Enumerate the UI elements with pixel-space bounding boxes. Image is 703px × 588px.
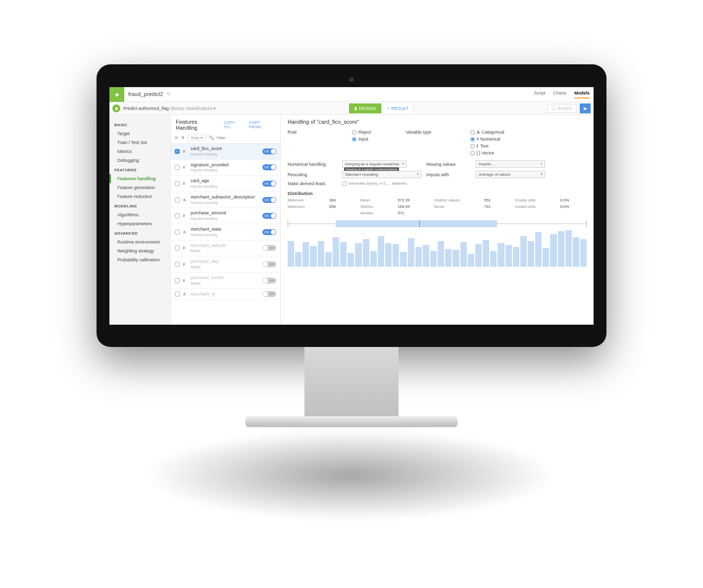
sidebar-item-feature-reduction[interactable]: Feature reduction [109, 192, 170, 201]
feature-toggle[interactable]: ON [262, 213, 276, 219]
feature-checkbox[interactable] [175, 181, 180, 186]
feature-row-purchase_day[interactable]: #purchase_dayRejectOFF [171, 256, 280, 273]
feature-type-icon: # [183, 245, 188, 250]
feature-type-icon: # [183, 181, 188, 186]
feature-subtitle: Dummy encoding [191, 233, 217, 237]
feature-toggle[interactable]: OFF [262, 261, 276, 267]
feature-checkbox[interactable] [175, 213, 180, 218]
feature-subtitle: Avg-std rescaling [191, 168, 217, 172]
feature-subtitle: Avg-std rescaling [191, 217, 217, 220]
feature-checkbox[interactable] [175, 278, 180, 283]
feature-row-card_fico_score[interactable]: ✓#card_fico_scoreAvg-std rescalingON [171, 144, 280, 160]
hist-bar [580, 239, 587, 267]
feature-toggle[interactable]: ON [262, 197, 276, 203]
app-logo-icon[interactable]: ◆ [109, 87, 124, 102]
derived-label: Make derived feats. [288, 181, 337, 186]
sidebar-item-debugging[interactable]: Debugging [109, 156, 170, 165]
tab-script[interactable]: Script [534, 91, 545, 98]
task-title[interactable]: Predict authorized_flag [123, 106, 169, 111]
feature-checkbox[interactable] [175, 230, 180, 235]
feature-checkbox[interactable] [175, 197, 180, 202]
sidebar-item-hyperparameters[interactable]: Hyperparameters [109, 219, 170, 228]
minimize-icon[interactable]: ⊟ [175, 136, 178, 140]
feature-toggle[interactable]: ON [262, 181, 276, 187]
feature-subtitle: Avg-std rescaling [191, 152, 217, 156]
hist-bar [550, 234, 556, 267]
feature-name: card_age [191, 178, 209, 183]
hist-bar [468, 254, 474, 267]
feature-row-merchant_state[interactable]: Amerchant_stateDummy encodingON [171, 224, 280, 241]
vt-categorical-radio[interactable]: A Categorical [470, 130, 504, 135]
filter-input[interactable] [217, 136, 276, 140]
monitor-shadow [59, 411, 641, 539]
subbar: ◆ Predict authorized_flag (Binary classi… [109, 102, 594, 115]
edit-icon[interactable]: ✎ [166, 91, 171, 97]
sidebar: BASIC Target Train / Test Set Metrics De… [109, 115, 171, 325]
feature-name: merchant_id [191, 292, 215, 296]
sidebar-item-traintest[interactable]: Train / Test Set [109, 138, 170, 147]
hist-bar [558, 231, 564, 267]
feature-toggle[interactable]: OFF [262, 245, 276, 251]
breadcrumb[interactable]: fraud_predict2 ✎ [128, 91, 534, 98]
run-button[interactable]: ▶ [580, 103, 591, 113]
detail-title: Handling of "card_fico_score" [288, 119, 587, 125]
histogram [288, 230, 587, 267]
missing-select[interactable]: Impute ... [476, 160, 545, 168]
tab-models[interactable]: Models [574, 91, 590, 98]
feature-row-purchase_amount[interactable]: #purchase_amountAvg-std rescalingON [171, 208, 280, 224]
sidebar-item-probability[interactable]: Probability calibration [109, 255, 170, 264]
feature-row-card_age[interactable]: #card_ageAvg-std rescalingON [171, 176, 280, 192]
feature-row-signature_provided[interactable]: #signature_providedAvg-std rescalingON [171, 160, 280, 176]
hist-bar [438, 241, 444, 267]
sidebar-item-algorithms[interactable]: Algorithms [109, 210, 170, 219]
feature-checkbox[interactable] [175, 165, 180, 170]
derived-checkbox[interactable] [342, 182, 347, 186]
feature-toggle[interactable]: OFF [262, 291, 276, 297]
chevron-down-icon[interactable]: ▾ [213, 106, 216, 111]
feature-checkbox[interactable] [175, 292, 180, 296]
feature-checkbox[interactable]: ✓ [175, 149, 180, 154]
vt-numerical-radio[interactable]: # Numerical [470, 137, 504, 142]
feature-checkbox[interactable] [175, 245, 180, 250]
design-button[interactable]: ▮ DESIGN [349, 103, 382, 113]
sidebar-head-advanced: ADVANCED [109, 228, 170, 238]
sidebar-item-feature-generation[interactable]: Feature generation [109, 183, 170, 192]
hist-bar [445, 249, 452, 267]
hist-bar [483, 240, 489, 267]
copy-to-link[interactable]: COPY TO... [224, 120, 244, 129]
feature-type-icon: # [183, 165, 188, 170]
copy-from-link[interactable]: COPY FROM... [249, 120, 275, 129]
role-input-radio[interactable]: Input [352, 137, 371, 142]
feature-row-merchant_subsector_description[interactable]: Amerchant_subsector_descriptionDummy enc… [171, 192, 280, 208]
feature-row-merchant_id[interactable]: Amerchant_idOFF [171, 289, 280, 300]
rescaling-select[interactable]: Standard rescaling [342, 171, 421, 178]
result-button[interactable]: ⎍ RESULT [381, 103, 414, 113]
feature-row-purchase_month[interactable]: #purchase_monthRejectOFF [171, 273, 280, 289]
sidebar-head-modeling: MODELING [109, 201, 170, 210]
sidebar-item-target[interactable]: Target [109, 129, 170, 138]
tab-charts[interactable]: Charts [553, 91, 566, 98]
sidebar-item-metrics[interactable]: Metrics [109, 147, 170, 156]
numhandling-select[interactable]: Keeping as a regular numerica [342, 160, 406, 168]
sidebar-item-weighting[interactable]: Weighting strategy [109, 246, 170, 255]
feature-toggle[interactable]: ON [262, 229, 276, 235]
sort-icon[interactable]: ⇅ [181, 136, 185, 140]
rescaling-label: Rescaling [288, 172, 337, 177]
hist-bar [408, 238, 414, 267]
hist-bar [302, 242, 309, 267]
impute-select[interactable]: Average of values [476, 171, 545, 178]
feature-toggle[interactable]: OFF [262, 278, 276, 284]
role-reject-radio[interactable]: Reject [352, 130, 371, 135]
role-dropdown[interactable]: Role ▾ [188, 135, 206, 141]
vt-vector-radio[interactable]: [ ] Vector [470, 150, 504, 155]
feature-toggle[interactable]: ON [262, 164, 276, 170]
feature-toggle[interactable]: ON [262, 148, 276, 154]
feature-subtitle: Reject [191, 282, 201, 285]
hist-bar [400, 252, 406, 267]
vt-text-radio[interactable]: I Text [470, 144, 504, 148]
feature-row-merchant_latitude[interactable]: #merchant_latitudeRejectOFF [171, 241, 280, 257]
sidebar-item-runtime[interactable]: Runtime environment [109, 238, 170, 246]
feature-checkbox[interactable] [175, 262, 180, 267]
saved-button[interactable]: ☐ SAVED [547, 104, 577, 113]
sidebar-item-features-handling[interactable]: Features handling [109, 174, 170, 183]
